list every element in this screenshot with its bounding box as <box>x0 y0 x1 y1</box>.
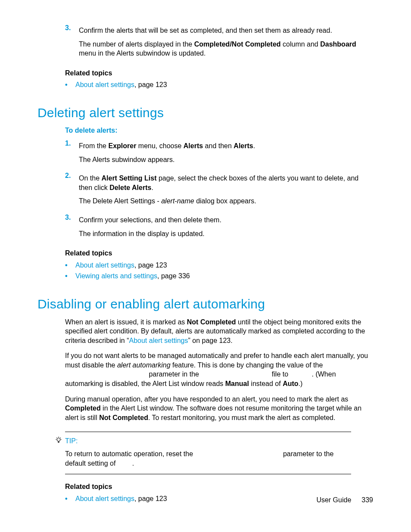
tip-block: TIP: To return to automatic operation, r… <box>65 432 351 474</box>
t: When an alert is issued, it is marked as <box>65 318 187 326</box>
t: The Delete Alert Settings - <box>79 197 161 205</box>
footer-inner: User Guide339 <box>316 495 373 505</box>
t: feature. This is done by changing the va… <box>171 361 323 369</box>
footer-label: User Guide <box>316 496 351 504</box>
link-viewing-alerts-and-settings[interactable]: Viewing alerts and settings <box>75 272 157 280</box>
step-body: Confirm your selections, and then delete… <box>79 213 374 241</box>
t: . <box>151 184 153 191</box>
link-about-alert-settings[interactable]: About alert settings <box>75 495 134 502</box>
disabling-body: When an alert is issued, it is marked as… <box>65 317 374 423</box>
t-bold: Manual <box>225 380 249 387</box>
step-1: 1. From the Explorer menu, choose Alerts… <box>65 139 374 167</box>
paragraph: If you do not want alerts to be managed … <box>65 351 374 388</box>
tip-header: TIP: <box>65 436 351 446</box>
t-bold: Alerts <box>184 142 203 149</box>
t: dialog box appears. <box>194 197 256 205</box>
t: . <box>132 460 134 467</box>
heading-disabling-automarking: Disabling or enabling alert automarking <box>37 296 374 313</box>
t: menu, choose <box>136 142 183 149</box>
page-content: 3. Confirm the alerts that will be set a… <box>37 21 374 505</box>
t-bold: Completed <box>65 404 101 412</box>
bullet-icon: • <box>65 494 75 504</box>
t: To return to automatic operation, reset … <box>65 450 195 457</box>
related-topics-heading: Related topics <box>65 68 374 78</box>
bullet-body: About alert settings, page 123 <box>75 261 374 270</box>
t: From the <box>79 142 108 149</box>
t: file to <box>270 370 290 378</box>
step-3: 3. Confirm your selections, and then del… <box>65 213 374 241</box>
t: , page 123 <box>134 81 167 88</box>
step-number: 1. <box>65 139 79 167</box>
divider <box>65 474 351 474</box>
link-about-alert-settings[interactable]: About alert settings <box>129 337 188 344</box>
lightbulb-icon <box>55 436 64 444</box>
page-number: 339 <box>361 496 373 504</box>
step-number: 2. <box>65 171 79 208</box>
t: On the <box>79 174 101 182</box>
link-about-alert-settings[interactable]: About alert settings <box>75 261 134 269</box>
link-about-alert-settings[interactable]: About alert settings <box>75 81 134 88</box>
t-bold: Dashboard <box>320 40 356 48</box>
bullet-icon: • <box>65 271 75 281</box>
list-item: • About alert settings, page 123 <box>65 80 374 90</box>
deleting-steps: 1. From the Explorer menu, choose Alerts… <box>65 139 374 281</box>
step-subtext: The Delete Alert Settings - alert-name d… <box>79 196 374 206</box>
step-subtext: The number of alerts displayed in the Co… <box>79 40 374 58</box>
step-number: 3. <box>65 23 79 61</box>
svg-line-5 <box>60 438 61 438</box>
step-2: 2. On the Alert Setting List page, selec… <box>65 171 374 208</box>
step-text: From the Explorer menu, choose Alerts an… <box>79 141 374 151</box>
t: .) <box>299 380 303 387</box>
related-topics-list: • About alert settings, page 123 • Viewi… <box>65 261 374 281</box>
t: , page 123 <box>134 261 167 269</box>
heading-deleting-alert-settings: Deleting alert settings <box>37 104 374 122</box>
step-subtext: The Alerts subwindow appears. <box>79 155 374 165</box>
bullet-body: Viewing alerts and settings, page 336 <box>75 271 374 281</box>
t: instead of <box>249 380 283 387</box>
step-3: 3. Confirm the alerts that will be set a… <box>65 23 374 61</box>
t-bold: Not Completed <box>187 318 236 326</box>
svg-line-4 <box>56 438 57 438</box>
svg-point-0 <box>57 438 60 442</box>
t: The number of alerts displayed in the <box>79 40 194 48</box>
bullet-icon: • <box>65 80 75 90</box>
procedure-heading: To delete alerts: <box>65 126 374 135</box>
step-number: 3. <box>65 213 79 241</box>
step-text: On the Alert Setting List page, select t… <box>79 174 374 192</box>
t-bold: Auto <box>283 380 298 387</box>
paragraph: When an alert is issued, it is marked as… <box>65 317 374 345</box>
divider <box>65 432 351 432</box>
t: menu in the Alerts subwindow is updated. <box>79 50 206 57</box>
tip-body: To return to automatic operation, reset … <box>65 449 351 468</box>
step-body: From the Explorer menu, choose Alerts an… <box>79 139 374 167</box>
continuation-block: 3. Confirm the alerts that will be set a… <box>65 23 374 90</box>
t-bold: Delete Alerts <box>109 184 151 191</box>
bullet-icon: • <box>65 261 75 270</box>
t: . <box>253 142 255 149</box>
t-bold: Alert Setting List <box>101 174 156 182</box>
bullet-body: About alert settings, page 123 <box>75 80 374 90</box>
related-topics-heading: Related topics <box>65 249 374 258</box>
t: ” on page 123. <box>188 337 232 344</box>
t-italic: alert-name <box>161 197 194 205</box>
list-item: • About alert settings, page 123 <box>65 261 374 270</box>
related-topics-list: • About alert settings, page 123 <box>65 80 374 90</box>
step-text: Confirm your selections, and then delete… <box>79 215 374 225</box>
step-body: On the Alert Setting List page, select t… <box>79 171 374 208</box>
t: parameter in the <box>147 370 201 378</box>
t-bold: Not Completed <box>99 414 148 421</box>
step-body: Confirm the alerts that will be set as c… <box>79 23 374 61</box>
t: . To restart monitoring, you must mark t… <box>148 414 336 421</box>
t: , page 123 <box>134 495 167 502</box>
t: , page 336 <box>157 272 190 280</box>
t-bold: Completed/Not Completed <box>194 40 281 48</box>
t-italic: alert automarking <box>117 361 171 369</box>
tip-label: TIP: <box>65 436 78 446</box>
t: and then <box>203 142 234 149</box>
list-item: • Viewing alerts and settings, page 336 <box>65 271 374 281</box>
step-subtext: The information in the display is update… <box>79 229 374 239</box>
step-text: Confirm the alerts that will be set as c… <box>79 26 374 35</box>
paragraph: During manual operation, after you have … <box>65 395 374 423</box>
t: column and <box>281 40 321 48</box>
t-bold: Explorer <box>108 142 136 149</box>
